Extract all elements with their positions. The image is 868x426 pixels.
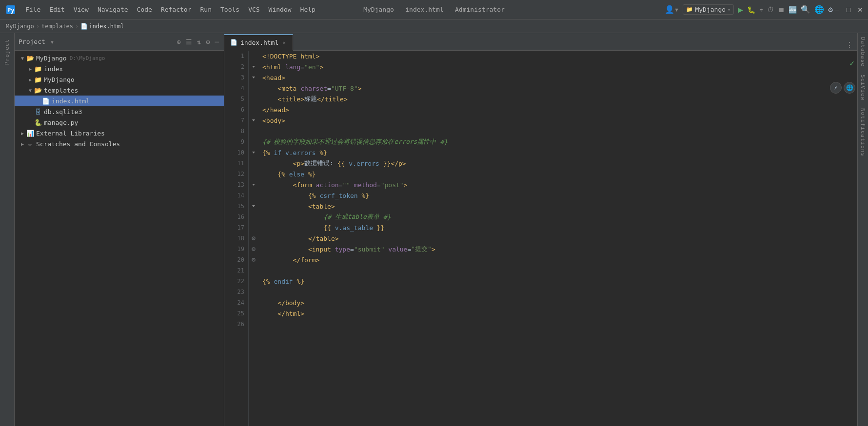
profile-icon[interactable]: 👤▾ xyxy=(665,5,679,14)
collapse-icon[interactable]: ☰ xyxy=(185,37,193,47)
tab-index-html[interactable]: 📄 index.html × xyxy=(224,34,293,51)
menu-navigate[interactable]: Navigate xyxy=(94,4,132,15)
menu-code[interactable]: Code xyxy=(133,4,156,15)
titlebar: Py File Edit View Navigate Code Refactor… xyxy=(0,0,868,19)
breadcrumb-item-templates[interactable]: templates xyxy=(41,23,73,30)
file-tree: ▼ 📂 MyDjango D:\MyDjango ▶ 📁 index ▶ 📁 M… xyxy=(15,51,224,426)
tab-bar: 📄 index.html × ⋮ xyxy=(224,33,857,51)
line-number-18: 18 xyxy=(228,233,244,244)
code-editor[interactable]: 1234567891011121314151617181920212223242… xyxy=(224,51,857,426)
menu-edit[interactable]: Edit xyxy=(45,4,68,15)
sort-icon[interactable]: ⇅ xyxy=(196,37,202,47)
code-line-23 xyxy=(262,287,857,297)
tree-item-ext-libs[interactable]: ▶ 📊 External Libraries xyxy=(15,128,224,138)
code-line-16: {# 生成table表单 #} xyxy=(262,212,857,222)
pycharm-corner-icon[interactable]: ⚡ xyxy=(830,82,842,94)
profile-run-button[interactable]: ⏱ xyxy=(767,6,774,14)
svg-text:Py: Py xyxy=(7,7,14,14)
menu-view[interactable]: View xyxy=(70,4,93,15)
tree-item-mydjango-root[interactable]: ▼ 📂 MyDjango D:\MyDjango xyxy=(15,53,224,63)
tab-more-button[interactable]: ⋮ xyxy=(846,40,853,50)
menu-vcs[interactable]: VCS xyxy=(244,4,263,15)
menu-run[interactable]: Run xyxy=(197,4,216,15)
gutter-15[interactable] xyxy=(249,201,258,212)
tree-arrow-templates: ▼ xyxy=(26,88,34,93)
gutter-2[interactable] xyxy=(249,61,258,72)
gutter-19[interactable] xyxy=(249,244,258,254)
tree-item-templates[interactable]: ▼ 📂 templates xyxy=(15,85,224,96)
code-line-22: {% endif %} xyxy=(262,276,857,287)
line-number-6: 6 xyxy=(228,104,244,115)
tree-item-db-sqlite3[interactable]: 🗄 db.sqlite3 xyxy=(15,106,224,117)
gutter-13[interactable] xyxy=(249,179,258,190)
code-line-15: <table> xyxy=(262,201,857,212)
settings-gear-icon[interactable]: ⚙ xyxy=(205,37,211,47)
side-strip: Project xyxy=(0,33,15,426)
menu-file[interactable]: File xyxy=(21,4,44,15)
chrome-corner-icon[interactable]: 🌐 xyxy=(844,82,855,94)
gutter-10[interactable] xyxy=(249,147,258,158)
tree-arrow-mydjango: ▼ xyxy=(19,56,26,61)
tree-path: D:\MyDjango xyxy=(70,55,105,61)
run-dropdown-arrow[interactable]: ▾ xyxy=(728,7,730,12)
line-number-26: 26 xyxy=(228,319,244,329)
tree-item-manage-py[interactable]: 🐍 manage.py xyxy=(15,117,224,128)
gutter-20[interactable] xyxy=(249,254,258,265)
tree-item-scratches[interactable]: ▶ ✏ Scratches and Consoles xyxy=(15,138,224,149)
menu-help[interactable]: Help xyxy=(296,4,319,15)
collapse-all-icon[interactable]: ⊕ xyxy=(176,37,181,47)
tree-label-index-html: index.html xyxy=(52,97,90,105)
folder-open-icon-templates: 📂 xyxy=(34,86,42,94)
breadcrumb-item-mydjango[interactable]: MyDjango xyxy=(6,23,34,30)
gutter-7[interactable] xyxy=(249,115,258,126)
settings-icon: ⚙ xyxy=(828,5,833,14)
search-button[interactable]: 🔍 xyxy=(801,5,810,14)
gutter-22 xyxy=(249,276,258,287)
tree-item-index[interactable]: ▶ 📁 index xyxy=(15,63,224,74)
menu-refactor[interactable]: Refactor xyxy=(157,4,196,15)
close-button[interactable]: ✕ xyxy=(856,6,864,14)
close-panel-icon[interactable]: ─ xyxy=(214,37,220,47)
stop-button[interactable]: ⏹ xyxy=(778,6,785,14)
menu-window[interactable]: Window xyxy=(265,4,296,15)
tree-item-mydjango-dir[interactable]: ▶ 📁 MyDjango xyxy=(15,74,224,85)
sciview-panel-label[interactable]: SciView xyxy=(858,71,868,104)
line-number-5: 5 xyxy=(228,94,244,104)
code-lines[interactable]: <!DOCTYPE html><html lang="en"><head> <m… xyxy=(258,51,857,426)
project-panel-label[interactable]: Project xyxy=(4,39,10,65)
svg-point-9 xyxy=(253,238,254,239)
menu-tools[interactable]: Tools xyxy=(217,4,243,15)
tree-label-templates: templates xyxy=(44,87,78,94)
folder-icon-mydjango: 📁 xyxy=(34,76,42,83)
scratches-icon: ✏ xyxy=(26,140,34,148)
code-line-18: </table> xyxy=(262,233,857,244)
code-line-21 xyxy=(262,265,857,276)
window-controls: ─ □ ✕ xyxy=(833,6,864,14)
code-line-20: </form> xyxy=(262,254,857,265)
code-line-3: <head> xyxy=(262,72,857,83)
svg-marker-2 xyxy=(252,66,255,68)
debug-button[interactable]: 🐛 xyxy=(747,6,755,14)
notifications-panel-label[interactable]: Notifications xyxy=(858,104,868,160)
tree-item-index-html[interactable]: 📄 index.html xyxy=(15,96,224,106)
maximize-button[interactable]: □ xyxy=(845,6,852,14)
gutter-18[interactable] xyxy=(249,233,258,244)
tab-close-button[interactable]: × xyxy=(281,39,287,46)
project-panel: Project ▾ ⊕ ☰ ⇅ ⚙ ─ ▼ 📂 MyDjango D:\MyDj… xyxy=(15,33,224,426)
line-numbers: 1234567891011121314151617181920212223242… xyxy=(224,51,249,426)
gutter-5 xyxy=(249,94,258,104)
gutter-3[interactable] xyxy=(249,72,258,83)
code-line-1: <!DOCTYPE html> xyxy=(262,51,857,61)
db-file-icon: 🗄 xyxy=(34,108,42,116)
run-button[interactable]: ▶ xyxy=(738,4,743,15)
tree-label-manage: manage.py xyxy=(44,119,78,126)
database-panel-label[interactable]: Database xyxy=(858,33,868,71)
coverage-button[interactable]: ☂ xyxy=(759,6,763,14)
breadcrumb-item-file[interactable]: 📄index.html xyxy=(80,23,124,30)
minimize-button[interactable]: ─ xyxy=(833,6,841,14)
translate-button[interactable]: 🔤 xyxy=(789,6,797,14)
tree-arrow-scratches: ▶ xyxy=(19,141,26,147)
code-line-24: </body> xyxy=(262,297,857,308)
panel-dropdown-icon[interactable]: ▾ xyxy=(49,37,55,47)
right-panel-strip: Database SciView Notifications xyxy=(857,33,868,426)
